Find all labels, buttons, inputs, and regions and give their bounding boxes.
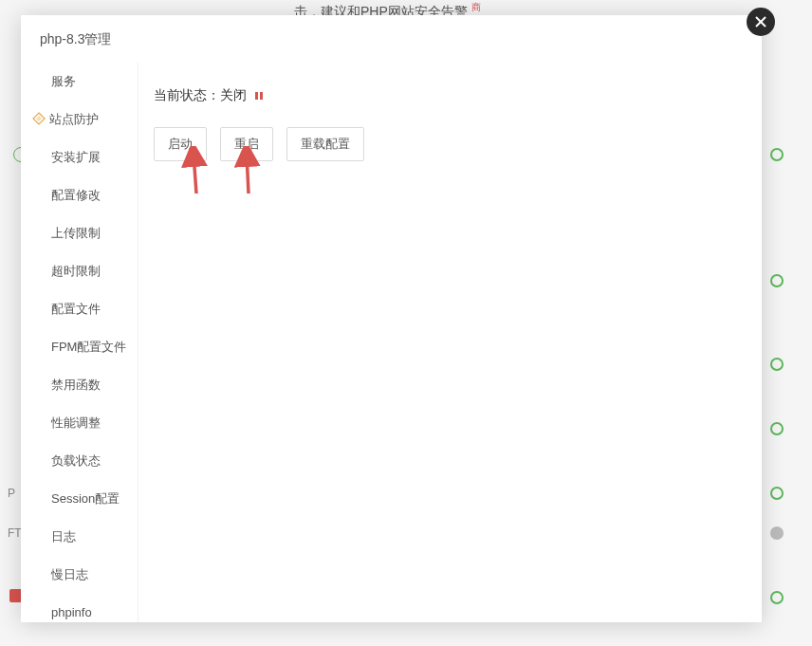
content-panel: 当前状态：关闭 启动 重启 重载配置 — [138, 63, 762, 622]
nav-service[interactable]: 服务 — [21, 63, 138, 101]
nav-phpinfo[interactable]: phpinfo — [21, 594, 138, 622]
nav-disabled-funcs[interactable]: 禁用函数 — [21, 366, 138, 404]
nav-install-ext[interactable]: 安装扩展 — [21, 138, 138, 176]
nav-slow-log[interactable]: 慢日志 — [21, 556, 138, 594]
nav-log[interactable]: 日志 — [21, 518, 138, 556]
action-buttons: 启动 重启 重载配置 — [154, 127, 747, 161]
start-button[interactable]: 启动 — [154, 127, 207, 161]
nav-upload-limit[interactable]: 上传限制 — [21, 214, 138, 252]
nav-timeout-limit[interactable]: 超时限制 — [21, 252, 138, 290]
sidebar: 服务 站点防护 安装扩展 配置修改 上传限制 超时限制 配置文件 FPM配置文件… — [21, 63, 138, 622]
nav-load-status[interactable]: 负载状态 — [21, 442, 138, 480]
nav-config-edit[interactable]: 配置修改 — [21, 176, 138, 214]
reload-config-button[interactable]: 重载配置 — [286, 127, 364, 161]
restart-button[interactable]: 重启 — [220, 127, 273, 161]
nav-performance[interactable]: 性能调整 — [21, 404, 138, 442]
diamond-icon — [32, 112, 46, 125]
nav-fpm-config[interactable]: FPM配置文件 — [21, 328, 138, 366]
close-button[interactable] — [747, 8, 775, 36]
svg-rect-4 — [255, 92, 258, 100]
bg-left-badge-ft: FT — [8, 526, 22, 540]
svg-marker-3 — [36, 116, 42, 121]
status-line: 当前状态：关闭 — [154, 87, 747, 104]
status-prefix: 当前状态： — [154, 87, 220, 102]
close-icon — [754, 15, 767, 28]
status-value: 关闭 — [220, 87, 247, 102]
bg-left-badge-p: P — [8, 487, 15, 500]
modal-title: php-8.3管理 — [21, 15, 762, 65]
nav-config-file[interactable]: 配置文件 — [21, 290, 138, 328]
svg-rect-5 — [260, 92, 263, 100]
nav-siteprotect[interactable]: 站点防护 — [21, 101, 138, 138]
nav-session-config[interactable]: Session配置 — [21, 480, 138, 518]
pause-icon — [254, 88, 264, 103]
php-manage-modal: php-8.3管理 服务 站点防护 安装扩展 配置修改 上传限制 超时限制 配置… — [21, 15, 762, 622]
